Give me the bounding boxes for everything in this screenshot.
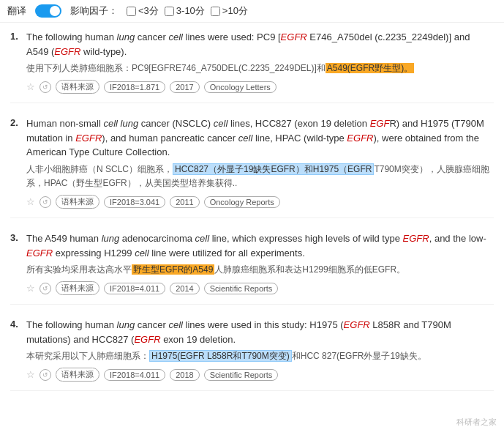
filter-gt10-label: >10分 [222,4,248,18]
filter-group: <3分 3-10分 >10分 [127,4,248,18]
journal-tag-2[interactable]: Oncology Reports [204,196,280,208]
circle-icon-3[interactable]: ↺ [40,283,51,294]
result-en-3: The A549 human lung adenocarcinoma cell … [26,231,494,260]
results-content: 1. The following human lung cancer cell … [0,23,504,412]
result-item-4: 4. The following human lung cancer cell … [10,318,494,391]
star-icon-2[interactable]: ☆ [26,196,35,207]
result-zh-4: 本研究采用以下人肺癌细胞系：H1975(EGFR L858R和T790M突变)和… [26,349,494,363]
egfr-highlight-1b: EGFR [54,46,80,57]
result-en-1: The following human lung cancer cell lin… [26,30,494,59]
year-tag-3[interactable]: 2014 [170,283,199,294]
result-number-3: 3. [10,232,18,243]
journal-tag-4[interactable]: Scientific Reports [204,369,279,381]
top-bar: 翻译 影响因子： <3分 3-10分 >10分 [0,0,504,23]
result-number-2: 2. [10,117,18,128]
result-meta-4: ☆ ↺ 语料来源 IF2018=4.011 2018 Scientific Re… [26,368,494,382]
circle-icon-2[interactable]: ↺ [40,196,51,208]
result-meta-2: ☆ ↺ 语料来源 IF2018=3.041 2011 Oncology Repo… [26,195,494,209]
source-tag-3[interactable]: 语料来源 [56,281,99,295]
star-icon-1[interactable]: ☆ [26,81,35,92]
result-meta-1: ☆ ↺ 语料来源 IF2018=1.871 2017 Oncology Lett… [26,80,494,94]
if-tag-1[interactable]: IF2018=1.871 [104,81,165,93]
filter-3-10-label: 3-10分 [176,4,205,18]
result-zh-2: 人非小细胞肺癌（N SCLC）细胞系，HCC827（外显子19缺失EGFR）和H… [26,163,494,190]
result-number-1: 1. [10,31,18,42]
result-en-4: The following human lung cancer cell lin… [26,318,494,346]
egfr-highlight-4b: EGFR [134,334,160,345]
result-item-3: 3. The A549 human lung adenocarcinoma ce… [10,231,494,305]
if-tag-2[interactable]: IF2018=3.041 [104,196,165,208]
zh-highlight-2: HCC827（外显子19缺失EGFR）和H1975（EGFR [173,163,374,175]
journal-tag-1[interactable]: Oncology Letters [204,81,277,93]
filter-lt3[interactable]: <3分 [127,4,159,18]
star-icon-4[interactable]: ☆ [26,369,35,380]
egfr-highlight-2a: EGF [370,118,390,129]
filter-gt10[interactable]: >10分 [211,4,248,18]
star-icon-3[interactable]: ☆ [26,283,35,294]
journal-tag-3[interactable]: Scientific Reports [204,283,279,294]
impact-label: 影响因子： [70,4,118,18]
year-tag-2[interactable]: 2011 [170,196,199,208]
watermark: 科研者之家 [456,417,497,428]
egfr-highlight-1a: EGFR [281,31,307,42]
circle-icon-1[interactable]: ↺ [40,81,51,93]
source-tag-2[interactable]: 语料来源 [56,195,99,209]
result-item-2: 2. Human non-small cell lung cancer (NSC… [10,116,494,218]
result-zh-1: 使用下列人类肺癌细胞系：PC9[EGFRE746_A750DEL(C.2235_… [26,62,494,75]
egfr-highlight-2c: EGFR [347,133,373,144]
year-tag-4[interactable]: 2018 [170,369,199,381]
if-tag-4[interactable]: IF2018=4.011 [104,369,165,381]
filter-lt3-label: <3分 [138,4,159,18]
source-tag-4[interactable]: 语料来源 [56,368,99,382]
filter-3-10-checkbox[interactable] [165,7,174,16]
result-en-2: Human non-small cell lung cancer (NSCLC)… [26,116,494,160]
if-tag-3[interactable]: IF2018=4.011 [104,283,165,294]
year-tag-1[interactable]: 2017 [170,81,199,93]
result-zh-3: 所有实验均采用表达高水平野生型EGFR的A549人肺腺癌细胞系和表达H1299细… [26,263,494,277]
source-tag-1[interactable]: 语料来源 [56,80,99,94]
circle-icon-4[interactable]: ↺ [40,369,51,381]
egfr-highlight-4a: EGFR [344,319,370,330]
egfr-highlight-2b: EGFR [75,133,102,144]
filter-3-10[interactable]: 3-10分 [165,4,205,18]
translate-toggle[interactable] [35,4,61,18]
zh-highlight-4: H1975(EGFR L858R和T790M突变) [149,350,292,362]
egfr-highlight-3b: EGFR [26,248,53,259]
result-number-4: 4. [10,319,18,330]
zh-highlight-3: 野生型EGFR的A549 [132,264,214,275]
filter-lt3-checkbox[interactable] [127,7,136,16]
translate-label: 翻译 [7,4,26,18]
zh-highlight-1: A549(EGFR野生型)。 [326,63,414,73]
toggle-knob [50,6,60,16]
filter-gt10-checkbox[interactable] [211,7,220,16]
result-item-1: 1. The following human lung cancer cell … [10,30,494,103]
egfr-highlight-3a: EGFR [403,233,429,244]
result-meta-3: ☆ ↺ 语料来源 IF2018=4.011 2014 Scientific Re… [26,281,494,295]
